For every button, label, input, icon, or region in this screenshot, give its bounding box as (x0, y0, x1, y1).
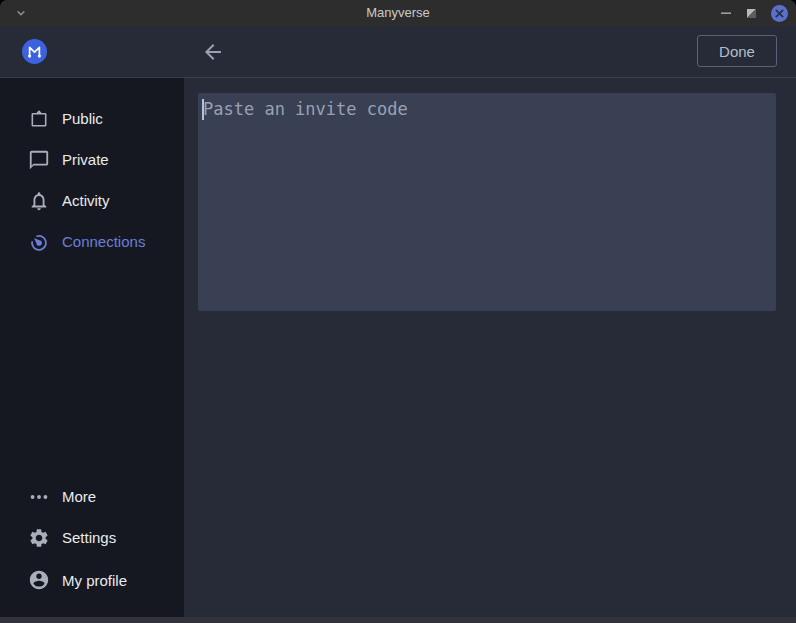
sidebar-item-more[interactable]: More (0, 476, 184, 517)
window-title: Manyverse (366, 0, 430, 26)
sidebar-item-my-profile[interactable]: My profile (0, 558, 184, 602)
window-bottom-edge (0, 617, 796, 623)
sidebar: Public Private Activity (0, 78, 184, 617)
gear-icon (28, 527, 50, 549)
sidebar-item-label: Connections (62, 233, 145, 250)
sidebar-item-public[interactable]: Public (0, 98, 184, 139)
sidebar-item-label: Private (62, 151, 109, 168)
bell-icon (28, 190, 50, 212)
manyverse-window: Manyverse Done (0, 0, 796, 623)
sidebar-item-label: My profile (62, 572, 127, 589)
invite-code-input[interactable] (198, 93, 776, 311)
sidebar-item-label: Settings (62, 529, 116, 546)
sidebar-item-activity[interactable]: Activity (0, 180, 184, 221)
board-icon (28, 108, 50, 130)
gauge-icon (28, 231, 50, 253)
titlebar: Manyverse (0, 0, 796, 26)
invite-code-field (198, 93, 776, 311)
window-controls (720, 0, 788, 26)
sidebar-spacer (0, 262, 184, 476)
chat-bubble-icon (28, 149, 50, 171)
dots-icon (28, 486, 50, 508)
sidebar-item-label: Activity (62, 192, 110, 209)
chevron-down-icon[interactable] (13, 5, 29, 21)
minimize-button[interactable] (720, 7, 732, 19)
restore-button[interactable] (746, 8, 757, 19)
app-header: Done (0, 26, 796, 78)
sidebar-item-label: More (62, 488, 96, 505)
back-button[interactable] (201, 40, 225, 64)
text-caret (202, 99, 204, 120)
sidebar-item-label: Public (62, 110, 103, 127)
content-area (184, 78, 796, 617)
sidebar-item-connections[interactable]: Connections (0, 221, 184, 262)
sidebar-item-settings[interactable]: Settings (0, 517, 184, 558)
manyverse-logo-icon (22, 39, 47, 64)
close-button[interactable] (771, 5, 788, 22)
sidebar-item-private[interactable]: Private (0, 139, 184, 180)
app-body: Public Private Activity (0, 78, 796, 617)
done-button[interactable]: Done (697, 35, 777, 67)
person-icon (28, 569, 50, 591)
sidebar-bottom-group: More Settings My profile (0, 476, 184, 617)
